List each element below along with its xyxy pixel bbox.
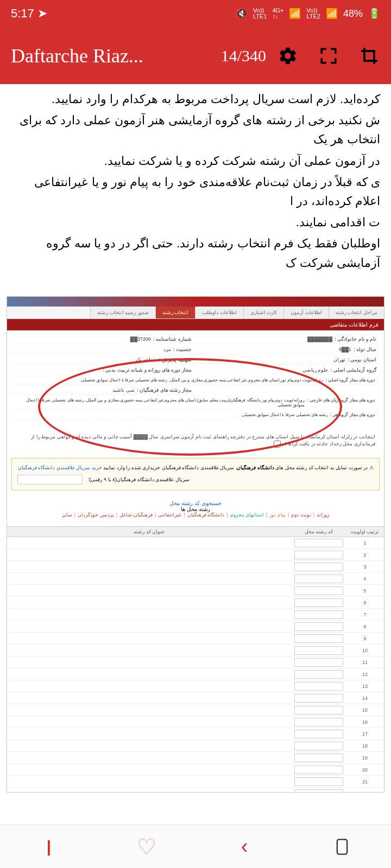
filter-tabs: روزانه| نوبت دوم| پیام نور| استانهای محر… bbox=[12, 512, 379, 518]
choice-code-input[interactable] bbox=[294, 551, 343, 559]
status-time: 5:17 bbox=[11, 7, 34, 21]
choice-row: 11 bbox=[7, 656, 384, 668]
choice-code-input[interactable] bbox=[294, 658, 343, 667]
nav-recent-button[interactable] bbox=[329, 833, 356, 860]
choice-code-input[interactable] bbox=[294, 742, 343, 750]
choice-code-input[interactable] bbox=[294, 539, 343, 547]
choice-row: 17 bbox=[7, 728, 384, 740]
filter-tab[interactable]: دانشگاه فرهنگیان bbox=[187, 512, 225, 518]
choice-row: 9 bbox=[7, 633, 384, 644]
choice-priority: 21 bbox=[346, 779, 384, 784]
choice-code-input[interactable] bbox=[294, 777, 343, 786]
choices-table-header: ترتیب اولویت کد رشته محل عنوان کد رشته bbox=[7, 526, 384, 537]
battery-icon: 🔋 bbox=[368, 8, 380, 20]
filter-tab[interactable]: غیرانتفاعی bbox=[158, 512, 181, 518]
choice-code-input[interactable] bbox=[294, 586, 343, 595]
choice-row: 1 bbox=[7, 537, 384, 549]
farhangian-warning: ⚠ در صورت تمایل به انتخاب کد رشته محل ها… bbox=[11, 458, 380, 490]
app-header: Daftarche Riaz... 14/340 bbox=[0, 27, 391, 84]
breadcrumb-step-2: اطلاعات آزمون bbox=[283, 307, 329, 318]
nav-back-button[interactable]: ‹ bbox=[231, 833, 258, 860]
choice-priority: 15 bbox=[346, 707, 384, 713]
choice-row: 22 bbox=[7, 788, 384, 792]
filter-tab[interactable]: استانهای محروم bbox=[230, 512, 264, 518]
choice-row: 14 bbox=[7, 692, 384, 704]
form-banner bbox=[7, 297, 384, 307]
form-screenshot: مراحل انتخاب رشته اطلاعات آزمون کارت اعت… bbox=[7, 296, 384, 793]
choice-priority: 22 bbox=[346, 791, 384, 793]
choice-row: 19 bbox=[7, 752, 384, 764]
fullscreen-button[interactable] bbox=[318, 45, 339, 67]
breadcrumb-step-4: اطلاعات داوطلب bbox=[195, 307, 243, 318]
choice-priority: 4 bbox=[346, 576, 384, 582]
choice-priority: 9 bbox=[346, 636, 384, 641]
nav-heart-button[interactable]: ♡ bbox=[133, 833, 160, 860]
search-subtitle: رشته محل ها bbox=[12, 506, 379, 512]
breadcrumb-step-3: کارت اعتباری bbox=[243, 307, 284, 318]
status-bar: 5:17 ➤ 🔇 Vo))LTE1 4G+↑↓ 📶 Vo))LTE2 📶 48%… bbox=[0, 0, 391, 27]
choice-row: 16 bbox=[7, 716, 384, 728]
choice-code-input[interactable] bbox=[294, 718, 343, 726]
choice-priority: 14 bbox=[346, 695, 384, 701]
choice-priority: 10 bbox=[346, 648, 384, 653]
breadcrumb-step-6: صدور رسید انتخاب رشته bbox=[90, 307, 155, 318]
lte2-icon: Vo))LTE2 bbox=[306, 8, 320, 20]
choice-row: 15 bbox=[7, 704, 384, 716]
search-link[interactable]: جستجوی کد رشته محل bbox=[12, 500, 379, 506]
choice-code-input[interactable] bbox=[294, 789, 343, 793]
choice-priority: 2 bbox=[346, 552, 384, 558]
choice-priority: 12 bbox=[346, 672, 384, 677]
choice-row: 10 bbox=[7, 644, 384, 656]
filter-tab[interactable]: پیام نور bbox=[269, 512, 286, 518]
choice-code-input[interactable] bbox=[294, 754, 343, 762]
filter-tab[interactable]: پردیس خودگردان bbox=[78, 512, 114, 518]
choice-row: 6 bbox=[7, 597, 384, 609]
page-counter: 14/340 bbox=[221, 47, 266, 65]
choice-row: 18 bbox=[7, 740, 384, 752]
choice-priority: 16 bbox=[346, 719, 384, 725]
location-icon: ➤ bbox=[37, 7, 47, 21]
breadcrumb-step-1: مراحل انتخاب رشته bbox=[329, 307, 384, 318]
choice-row: 8 bbox=[7, 621, 384, 633]
choice-code-input[interactable] bbox=[294, 646, 343, 655]
crop-button[interactable] bbox=[358, 45, 380, 67]
choice-row: 2 bbox=[7, 549, 384, 561]
mute-icon: 🔇 bbox=[236, 8, 248, 20]
choice-row: 21 bbox=[7, 776, 384, 788]
notice-checkbox[interactable] bbox=[274, 441, 281, 448]
filter-tab[interactable]: روزانه bbox=[317, 512, 329, 518]
serial-label: سریال علاقمندی دانشگاه فرهنگیان(۸ یا ۹ ر… bbox=[88, 476, 190, 483]
filter-tab[interactable]: فرهنگیان-شاغل bbox=[119, 512, 153, 518]
choice-code-input[interactable] bbox=[294, 610, 343, 619]
network-icon: 4G+↑↓ bbox=[272, 8, 283, 20]
choice-code-input[interactable] bbox=[294, 730, 343, 738]
choice-code-input[interactable] bbox=[294, 682, 343, 691]
document-text: کرده‌اید. لازم است سریال پرداخت مربوط به… bbox=[0, 84, 391, 285]
choice-code-input[interactable] bbox=[294, 670, 343, 679]
choice-priority: 5 bbox=[346, 588, 384, 593]
filter-tab[interactable]: نوبت دوم bbox=[291, 512, 311, 518]
choice-code-input[interactable] bbox=[294, 634, 343, 643]
svg-rect-0 bbox=[337, 839, 347, 854]
choice-code-input[interactable] bbox=[294, 575, 343, 583]
choice-code-input[interactable] bbox=[294, 765, 343, 774]
lte1-icon: Vo))LTE1 bbox=[253, 8, 267, 20]
nav-menu-button[interactable]: | bbox=[35, 833, 62, 860]
serial-input[interactable] bbox=[17, 475, 83, 484]
choice-priority: 1 bbox=[346, 540, 384, 546]
choice-code-input[interactable] bbox=[294, 706, 343, 714]
choice-priority: 8 bbox=[346, 624, 384, 629]
buy-serial-link[interactable]: خرید سریال علاقمندی دانشگاه فرهنگیان bbox=[18, 465, 102, 470]
choice-row: 7 bbox=[7, 609, 384, 621]
filter-tab[interactable]: سایر bbox=[62, 512, 72, 518]
choice-code-input[interactable] bbox=[294, 694, 343, 703]
bottom-nav: | ♡ ‹ bbox=[0, 825, 391, 868]
choice-code-input[interactable] bbox=[294, 563, 343, 571]
choice-priority: 7 bbox=[346, 612, 384, 617]
choice-priority: 17 bbox=[346, 731, 384, 737]
choice-code-input[interactable] bbox=[294, 622, 343, 631]
choice-priority: 20 bbox=[346, 767, 384, 773]
choice-code-input[interactable] bbox=[294, 598, 343, 607]
search-section: جستجوی کد رشته محل رشته محل ها روزانه| ن… bbox=[7, 495, 384, 523]
settings-button[interactable] bbox=[277, 45, 299, 67]
